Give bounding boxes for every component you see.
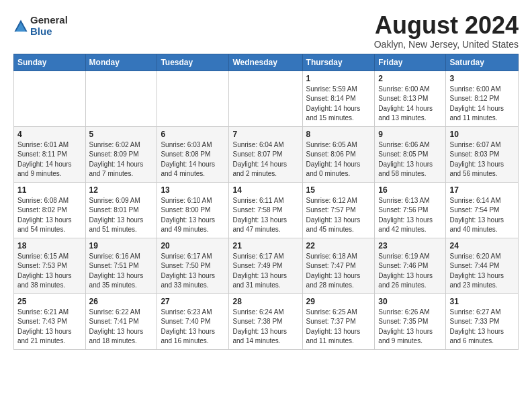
calendar-cell: 4Sunrise: 6:01 AMSunset: 8:11 PMDaylight… xyxy=(14,126,86,182)
day-number: 25 xyxy=(17,297,82,306)
day-info: Sunrise: 5:59 AMSunset: 8:14 PMDaylight:… xyxy=(306,85,371,124)
header-row: Sunday Monday Tuesday Wednesday Thursday… xyxy=(14,54,519,71)
day-info: Sunrise: 6:04 AMSunset: 8:07 PMDaylight:… xyxy=(232,140,298,179)
calendar-cell: 7Sunrise: 6:04 AMSunset: 8:07 PMDaylight… xyxy=(229,126,302,182)
day-number: 13 xyxy=(161,185,225,195)
calendar-cell: 25Sunrise: 6:21 AMSunset: 7:43 PMDayligh… xyxy=(14,293,86,349)
day-info: Sunrise: 6:20 AMSunset: 7:44 PMDaylight:… xyxy=(449,252,515,291)
col-thursday: Thursday xyxy=(302,54,375,71)
day-info: Sunrise: 6:26 AMSunset: 7:35 PMDaylight:… xyxy=(378,308,442,347)
calendar-cell: 30Sunrise: 6:26 AMSunset: 7:35 PMDayligh… xyxy=(375,293,446,349)
calendar-cell: 27Sunrise: 6:23 AMSunset: 7:40 PMDayligh… xyxy=(157,293,229,349)
page: General Blue August 2024 Oaklyn, New Jer… xyxy=(0,0,532,359)
day-number: 9 xyxy=(378,130,442,139)
logo: General Blue xyxy=(13,15,68,37)
calendar-cell: 16Sunrise: 6:13 AMSunset: 7:56 PMDayligh… xyxy=(375,182,446,238)
day-number: 10 xyxy=(449,130,515,139)
day-number: 3 xyxy=(449,74,515,83)
calendar-cell xyxy=(229,71,302,126)
logo-blue: Blue xyxy=(30,26,68,38)
calendar-cell: 21Sunrise: 6:17 AMSunset: 7:49 PMDayligh… xyxy=(229,238,302,293)
day-number: 21 xyxy=(232,241,298,250)
day-info: Sunrise: 6:19 AMSunset: 7:46 PMDaylight:… xyxy=(378,252,442,291)
day-number: 14 xyxy=(232,185,298,195)
day-info: Sunrise: 6:23 AMSunset: 7:40 PMDaylight:… xyxy=(161,308,225,347)
day-info: Sunrise: 6:16 AMSunset: 7:51 PMDaylight:… xyxy=(89,252,154,291)
day-info: Sunrise: 6:24 AMSunset: 7:38 PMDaylight:… xyxy=(232,308,298,347)
day-info: Sunrise: 6:21 AMSunset: 7:43 PMDaylight:… xyxy=(17,308,82,347)
day-info: Sunrise: 6:27 AMSunset: 7:33 PMDaylight:… xyxy=(449,308,515,347)
logo-general: General xyxy=(30,15,68,26)
day-info: Sunrise: 6:03 AMSunset: 8:08 PMDaylight:… xyxy=(161,140,225,179)
calendar-cell: 5Sunrise: 6:02 AMSunset: 8:09 PMDaylight… xyxy=(85,126,157,182)
logo-icon xyxy=(13,19,28,34)
calendar-cell: 17Sunrise: 6:14 AMSunset: 7:54 PMDayligh… xyxy=(446,182,519,238)
calendar-cell: 1Sunrise: 5:59 AMSunset: 8:14 PMDaylight… xyxy=(302,71,375,126)
day-number: 28 xyxy=(232,297,298,306)
calendar-cell: 9Sunrise: 6:06 AMSunset: 8:05 PMDaylight… xyxy=(375,126,446,182)
calendar-cell xyxy=(14,71,86,126)
day-number: 8 xyxy=(306,130,371,139)
calendar-cell: 19Sunrise: 6:16 AMSunset: 7:51 PMDayligh… xyxy=(85,238,157,293)
day-info: Sunrise: 6:25 AMSunset: 7:37 PMDaylight:… xyxy=(306,308,371,347)
calendar-cell: 26Sunrise: 6:22 AMSunset: 7:41 PMDayligh… xyxy=(85,293,157,349)
day-info: Sunrise: 6:07 AMSunset: 8:03 PMDaylight:… xyxy=(449,140,515,179)
calendar-cell: 24Sunrise: 6:20 AMSunset: 7:44 PMDayligh… xyxy=(446,238,519,293)
day-info: Sunrise: 6:05 AMSunset: 8:06 PMDaylight:… xyxy=(306,140,371,179)
day-number: 12 xyxy=(89,185,154,195)
day-number: 4 xyxy=(17,130,82,139)
col-friday: Friday xyxy=(375,54,446,71)
title-block: August 2024 Oaklyn, New Jersey, United S… xyxy=(374,12,519,50)
col-saturday: Saturday xyxy=(446,54,519,71)
day-info: Sunrise: 6:09 AMSunset: 8:01 PMDaylight:… xyxy=(89,196,154,235)
calendar-cell: 15Sunrise: 6:12 AMSunset: 7:57 PMDayligh… xyxy=(302,182,375,238)
calendar-body: 1Sunrise: 5:59 AMSunset: 8:14 PMDaylight… xyxy=(14,71,519,349)
day-number: 7 xyxy=(232,130,298,139)
day-number: 23 xyxy=(378,241,442,250)
day-info: Sunrise: 6:02 AMSunset: 8:09 PMDaylight:… xyxy=(89,140,154,179)
day-info: Sunrise: 6:14 AMSunset: 7:54 PMDaylight:… xyxy=(449,196,515,235)
day-number: 19 xyxy=(89,241,154,250)
day-info: Sunrise: 6:15 AMSunset: 7:53 PMDaylight:… xyxy=(17,252,82,291)
calendar-cell: 3Sunrise: 6:00 AMSunset: 8:12 PMDaylight… xyxy=(446,71,519,126)
calendar-cell: 14Sunrise: 6:11 AMSunset: 7:58 PMDayligh… xyxy=(229,182,302,238)
calendar-table: Sunday Monday Tuesday Wednesday Thursday… xyxy=(13,54,519,350)
day-number: 1 xyxy=(306,74,371,83)
calendar-cell: 18Sunrise: 6:15 AMSunset: 7:53 PMDayligh… xyxy=(14,238,86,293)
day-info: Sunrise: 6:00 AMSunset: 8:12 PMDaylight:… xyxy=(449,85,515,124)
calendar-cell: 13Sunrise: 6:10 AMSunset: 8:00 PMDayligh… xyxy=(157,182,229,238)
day-info: Sunrise: 6:08 AMSunset: 8:02 PMDaylight:… xyxy=(17,196,82,235)
week-row-5: 25Sunrise: 6:21 AMSunset: 7:43 PMDayligh… xyxy=(14,293,519,349)
calendar-cell: 22Sunrise: 6:18 AMSunset: 7:47 PMDayligh… xyxy=(302,238,375,293)
day-number: 29 xyxy=(306,297,371,306)
logo-text: General Blue xyxy=(30,15,68,37)
month-title: August 2024 xyxy=(374,12,519,39)
week-row-3: 11Sunrise: 6:08 AMSunset: 8:02 PMDayligh… xyxy=(14,182,519,238)
header: General Blue August 2024 Oaklyn, New Jer… xyxy=(13,12,519,50)
day-info: Sunrise: 6:00 AMSunset: 8:13 PMDaylight:… xyxy=(378,85,442,124)
day-info: Sunrise: 6:17 AMSunset: 7:49 PMDaylight:… xyxy=(232,252,298,291)
day-number: 16 xyxy=(378,185,442,195)
calendar-cell xyxy=(157,71,229,126)
day-number: 17 xyxy=(449,185,515,195)
day-info: Sunrise: 6:10 AMSunset: 8:00 PMDaylight:… xyxy=(161,196,225,235)
calendar-cell: 11Sunrise: 6:08 AMSunset: 8:02 PMDayligh… xyxy=(14,182,86,238)
day-number: 31 xyxy=(449,297,515,306)
day-info: Sunrise: 6:17 AMSunset: 7:50 PMDaylight:… xyxy=(161,252,225,291)
location-subtitle: Oaklyn, New Jersey, United States xyxy=(374,39,519,50)
day-number: 30 xyxy=(378,297,442,306)
calendar-cell: 20Sunrise: 6:17 AMSunset: 7:50 PMDayligh… xyxy=(157,238,229,293)
day-info: Sunrise: 6:12 AMSunset: 7:57 PMDaylight:… xyxy=(306,196,371,235)
day-number: 6 xyxy=(161,130,225,139)
day-info: Sunrise: 6:01 AMSunset: 8:11 PMDaylight:… xyxy=(17,140,82,179)
day-info: Sunrise: 6:18 AMSunset: 7:47 PMDaylight:… xyxy=(306,252,371,291)
day-number: 11 xyxy=(17,185,82,195)
day-number: 26 xyxy=(89,297,154,306)
col-wednesday: Wednesday xyxy=(229,54,302,71)
day-number: 18 xyxy=(17,241,82,250)
calendar-cell: 12Sunrise: 6:09 AMSunset: 8:01 PMDayligh… xyxy=(85,182,157,238)
day-info: Sunrise: 6:22 AMSunset: 7:41 PMDaylight:… xyxy=(89,308,154,347)
calendar-cell: 2Sunrise: 6:00 AMSunset: 8:13 PMDaylight… xyxy=(375,71,446,126)
calendar-cell: 31Sunrise: 6:27 AMSunset: 7:33 PMDayligh… xyxy=(446,293,519,349)
day-number: 2 xyxy=(378,74,442,83)
